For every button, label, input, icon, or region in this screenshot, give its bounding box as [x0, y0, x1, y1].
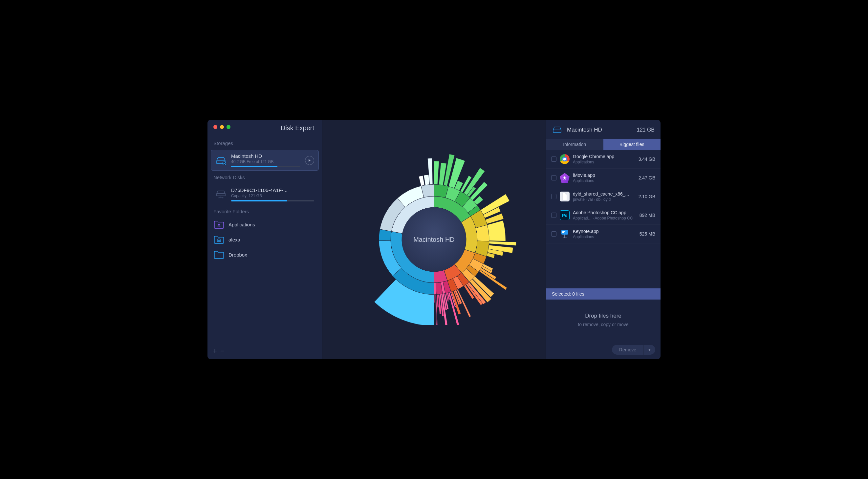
- sidebar: Disk Expert Storages Macintosh HD 40.2 G…: [208, 120, 322, 359]
- svg-point-1: [223, 162, 226, 165]
- biggest-files-list: Google Chrome.app Applications 3.44 GB ★…: [546, 150, 660, 288]
- sunburst-chart[interactable]: Macintosh HD: [349, 154, 519, 325]
- file-path: Applications: [573, 234, 636, 239]
- file-checkbox[interactable]: [551, 194, 556, 199]
- imovie-icon: ★: [560, 173, 569, 183]
- disk-icon: [552, 126, 563, 134]
- storage-item-macintosh-hd[interactable]: Macintosh HD 40.2 GB Free of 121 GB: [211, 150, 319, 170]
- remove-button-label: Remove: [612, 345, 644, 355]
- file-checkbox[interactable]: [551, 213, 556, 218]
- chart-center-label: Macintosh HD: [413, 236, 455, 244]
- svg-rect-10: [562, 231, 565, 232]
- right-panel-tabs: Information Biggest files: [546, 139, 660, 150]
- drop-zone[interactable]: Drop files here to remove, copy or move: [546, 299, 660, 340]
- home-folder-icon: [214, 235, 224, 244]
- keynote-icon: [560, 229, 569, 239]
- minimize-button[interactable]: [220, 125, 224, 129]
- file-path: Applications: [573, 160, 635, 164]
- storage-name: Macintosh HD: [231, 153, 300, 159]
- file-name: iMovie.app: [573, 172, 635, 178]
- scan-play-button[interactable]: [305, 156, 314, 165]
- file-path: Applicati…›Adobe Photoshop CC: [573, 216, 636, 221]
- network-disk-name: D76DF9C1-1106-4A1F-...: [231, 187, 314, 193]
- svg-rect-11: [562, 232, 564, 233]
- file-size: 892 MB: [640, 213, 655, 218]
- tab-biggest-files[interactable]: Biggest files: [603, 139, 661, 150]
- file-size: 3.44 GB: [639, 157, 655, 162]
- drop-zone-subtitle: to remove, copy or move: [553, 322, 654, 327]
- right-panel: Macintosh HD 121 GB Information Biggest …: [546, 120, 660, 359]
- close-button[interactable]: [213, 125, 217, 129]
- file-item[interactable]: ★ iMovie.app Applications 2.47 GB: [546, 169, 660, 187]
- storage-subtitle: 40.2 GB Free of 121 GB: [231, 159, 300, 164]
- file-item[interactable]: Keynote.app Applications 525 MB: [546, 225, 660, 244]
- svg-point-5: [219, 197, 220, 198]
- main-chart-area: Macintosh HD: [322, 120, 546, 359]
- favorites-heading: Favorite Folders: [208, 206, 322, 217]
- add-favorite-button[interactable]: +: [213, 347, 217, 355]
- file-size: 2.10 GB: [639, 194, 655, 199]
- sidebar-footer: + −: [208, 343, 322, 359]
- file-checkbox[interactable]: [551, 231, 556, 236]
- right-panel-header: Macintosh HD 121 GB: [546, 120, 660, 139]
- file-item[interactable]: Ps Adobe Photoshop CC.app Applicati…›Ado…: [546, 206, 660, 225]
- disk-icon: [215, 156, 226, 165]
- right-panel-disk-name: Macintosh HD: [567, 127, 633, 133]
- file-size: 525 MB: [640, 231, 655, 236]
- favorite-dropbox[interactable]: Dropbox: [208, 247, 322, 262]
- favorite-label: Dropbox: [228, 252, 247, 258]
- file-item[interactable]: Google Chrome.app Applications 3.44 GB: [546, 150, 660, 169]
- favorite-applications[interactable]: Applications: [208, 217, 322, 232]
- file-size: 2.47 GB: [639, 175, 655, 181]
- favorite-label: alexa: [228, 237, 240, 243]
- remove-favorite-button[interactable]: −: [220, 347, 224, 355]
- folder-icon: [214, 250, 224, 259]
- remove-button-dropdown[interactable]: ▼: [644, 345, 655, 355]
- app-store-folder-icon: [214, 220, 224, 229]
- network-disk-icon: [215, 190, 226, 199]
- file-checkbox[interactable]: [551, 175, 556, 181]
- svg-point-6: [223, 197, 223, 198]
- file-name: dyld_shared_cache_x86_...: [573, 191, 635, 196]
- right-panel-footer: Remove ▼: [546, 340, 660, 359]
- storages-heading: Storages: [208, 138, 322, 149]
- file-path: Applications: [573, 179, 635, 183]
- remove-button[interactable]: Remove ▼: [612, 345, 655, 355]
- network-disk-item[interactable]: D76DF9C1-1106-4A1F-... Capacity: 121 GB: [211, 184, 319, 205]
- network-disk-usage-bar: [231, 200, 314, 201]
- storage-usage-bar: [231, 166, 300, 167]
- network-disks-heading: Network Disks: [208, 172, 322, 183]
- right-panel-disk-size: 121 GB: [637, 127, 655, 133]
- chrome-icon: [560, 154, 569, 164]
- drop-zone-title: Drop files here: [553, 313, 654, 319]
- file-name: Adobe Photoshop CC.app: [573, 210, 636, 215]
- file-path: private›var›db›dyld: [573, 197, 635, 202]
- selected-files-bar: Selected: 0 files: [546, 288, 660, 299]
- file-item[interactable]: dyld_shared_cache_x86_... private›var›db…: [546, 187, 660, 206]
- app-window: Disk Expert Storages Macintosh HD 40.2 G…: [208, 120, 660, 359]
- file-checkbox[interactable]: [551, 157, 556, 162]
- window-controls: [213, 125, 230, 129]
- network-disk-subtitle: Capacity: 121 GB: [231, 194, 314, 198]
- maximize-button[interactable]: [226, 125, 230, 129]
- generic-file-icon: [560, 192, 569, 201]
- tab-information[interactable]: Information: [546, 139, 603, 150]
- favorite-label: Applications: [228, 222, 255, 227]
- photoshop-icon: Ps: [560, 210, 569, 220]
- favorite-home[interactable]: alexa: [208, 232, 322, 247]
- file-name: Keynote.app: [573, 229, 636, 234]
- file-name: Google Chrome.app: [573, 154, 635, 159]
